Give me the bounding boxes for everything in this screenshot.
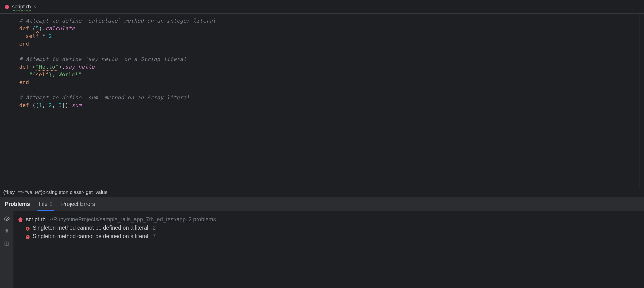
error-icon xyxy=(26,226,30,230)
ruby-icon xyxy=(4,4,10,9)
method-name: sum xyxy=(72,102,82,108)
problems-file-row[interactable]: script.rb ~/RubymineProjects/sample_rail… xyxy=(18,215,640,224)
problems-panel: Problems File 2 Project Errors xyxy=(0,197,644,288)
editor-tab[interactable]: script.rb × xyxy=(0,0,40,13)
kw-def: def xyxy=(19,25,29,31)
problems-list: script.rb ~/RubymineProjects/sample_rail… xyxy=(14,211,644,288)
integer-literal: 5 xyxy=(36,25,39,31)
svg-rect-7 xyxy=(28,236,28,237)
code-comment: # Attempt to define `sum` method on an A… xyxy=(19,95,190,101)
problem-filename: script.rb xyxy=(26,216,46,223)
ruby-icon xyxy=(18,217,23,222)
svg-rect-5 xyxy=(28,229,28,230)
problems-tab-bar: Problems File 2 Project Errors xyxy=(0,197,644,211)
close-icon[interactable]: × xyxy=(33,3,36,10)
problem-message: Singleton method cannot be defined on a … xyxy=(33,225,148,231)
eye-icon[interactable] xyxy=(3,215,10,222)
problems-sidebar xyxy=(0,211,14,288)
code-editor[interactable]: # Attempt to define `calculate` method o… xyxy=(19,14,639,188)
code-comment: # Attempt to define `say_hello` on a Str… xyxy=(19,56,186,62)
error-stripe[interactable] xyxy=(639,14,644,188)
editor-gutter xyxy=(0,14,19,188)
lightbulb-icon[interactable] xyxy=(3,228,10,235)
problem-item[interactable]: Singleton method cannot be defined on a … xyxy=(18,224,640,232)
problem-count: 2 problems xyxy=(189,216,216,223)
tab-problems[interactable]: Problems xyxy=(5,201,30,207)
svg-point-0 xyxy=(6,218,8,220)
tab-project-errors[interactable]: Project Errors xyxy=(61,201,95,207)
svg-rect-8 xyxy=(28,238,28,238)
error-icon xyxy=(26,234,30,239)
kw-end: end xyxy=(19,41,29,47)
method-name: say_hello xyxy=(65,64,95,70)
problem-location: :2 xyxy=(151,225,156,231)
tab-filename: script.rb xyxy=(12,3,31,10)
problem-message: Singleton method cannot be defined on a … xyxy=(33,233,148,240)
method-name: calculate xyxy=(46,25,75,31)
breadcrumb-text: {"key" => "value"}::<singleton class>.ge… xyxy=(3,189,108,195)
problem-item[interactable]: Singleton method cannot be defined on a … xyxy=(18,232,640,241)
split-icon[interactable] xyxy=(3,240,10,247)
svg-rect-4 xyxy=(28,228,28,229)
breadcrumb[interactable]: {"key" => "value"}::<singleton class>.ge… xyxy=(0,188,644,197)
editor-tab-bar: script.rb × xyxy=(0,0,644,13)
problem-location: :7 xyxy=(151,233,156,240)
editor-area: # Attempt to define `calculate` method o… xyxy=(0,13,644,188)
problem-filepath: ~/RubymineProjects/sample_rails_app_7th_… xyxy=(48,216,186,223)
string-literal: "Hello" xyxy=(36,64,59,70)
tab-file[interactable]: File 2 xyxy=(39,201,53,207)
code-comment: # Attempt to define `calculate` method o… xyxy=(19,18,216,24)
